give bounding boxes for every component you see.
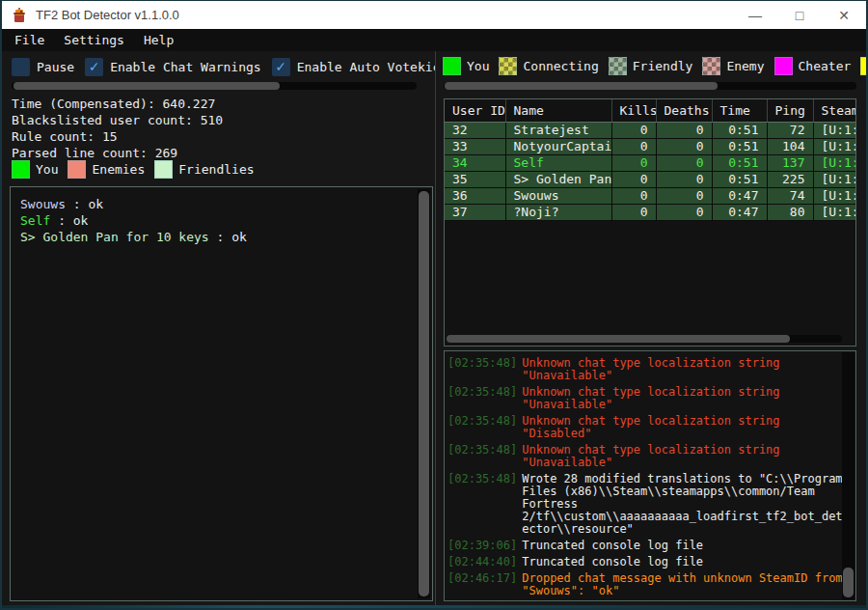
chat-sender-name: Swouws (20, 197, 66, 211)
log-message: Truncated console log file (522, 556, 843, 568)
minimize-icon[interactable]: — (733, 1, 777, 29)
table-row[interactable]: 36 Swouws 0 0 0:47 74 [U:1: (445, 187, 855, 204)
log-message: Unknown chat type localization string "U… (522, 357, 843, 382)
maximize-icon[interactable]: □ (777, 1, 822, 29)
table-horizontal-scrollbar-thumb[interactable] (447, 335, 790, 343)
log-panel: [02:35:48] Unknown chat type localizatio… (444, 350, 856, 601)
checkbox-enable-chat-warnings[interactable]: Enable Chat Warnings (85, 58, 261, 76)
menu-settings[interactable]: Settings (54, 31, 134, 49)
cell-name: S> Golden Pan (505, 171, 611, 187)
table-row[interactable]: 34 Self 0 0 0:51 137 [U:1: (445, 154, 855, 171)
table-row[interactable]: 37 ?Noji? 0 0 0:47 80 [U:1: (445, 204, 855, 220)
log-message: Wrote 28 modified translations to "C:\\P… (522, 473, 843, 536)
col-steam-id[interactable]: Steam ID (813, 99, 855, 122)
cell-time: 0:51 (712, 138, 767, 154)
menu-help[interactable]: Help (134, 31, 183, 49)
cell-name: Swouws (505, 187, 611, 204)
cell-kills: 0 (611, 204, 656, 220)
table-header-row: User ID Name Kills Deaths Time Ping Stea… (445, 99, 855, 122)
chat-message: Self : ok (20, 212, 407, 229)
cell-time: 0:47 (712, 204, 767, 220)
log-timestamp: [02:39:06] (448, 540, 517, 552)
chat-warnings-checkbox-box[interactable] (85, 58, 103, 76)
cell-steam-id: [U:1: (813, 171, 855, 187)
connecting-color-swatch (499, 57, 517, 75)
cell-kills: 0 (611, 138, 656, 154)
log-message: Unknown chat type localization string "D… (522, 415, 843, 440)
cell-deaths: 0 (656, 171, 712, 187)
log-vertical-scrollbar-thumb[interactable] (843, 568, 854, 597)
stat-time: Time (Compensated): 640.227 (12, 96, 223, 112)
log-timestamp: [02:35:48] (448, 473, 517, 536)
enemy-color-swatch (702, 57, 720, 75)
auto-votekick-checkbox-label: Enable Auto Votekick (297, 60, 435, 74)
col-ping[interactable]: Ping (767, 99, 813, 122)
col-time[interactable]: Time (712, 99, 767, 122)
right-horizontal-scrollbar[interactable] (444, 82, 856, 90)
log-entry: [02:35:48] Unknown chat type localizatio… (448, 415, 855, 440)
col-deaths[interactable]: Deaths (656, 99, 712, 122)
app-window: TF2 Bot Detector v1.1.0.0 — □ ✕ File Set… (0, 0, 868, 610)
chat-message: S> Golden Pan for 10 keys : ok (20, 229, 407, 245)
title-bar: TF2 Bot Detector v1.1.0.0 — □ ✕ (2, 1, 866, 29)
cell-ping: 137 (767, 154, 813, 171)
you-legend-label: You (36, 162, 58, 177)
cell-deaths: 0 (656, 154, 712, 171)
cell-ping: 72 (767, 122, 813, 138)
enemy-legend-label: Enemy (726, 59, 764, 73)
log-timestamp: [02:44:40] (448, 556, 517, 568)
stat-blacklisted-count: Blackslisted user count: 510 (12, 112, 223, 128)
log-vertical-scrollbar[interactable] (842, 352, 854, 599)
cell-kills: 0 (611, 187, 656, 204)
cell-time: 0:51 (712, 154, 767, 171)
cell-ping: 80 (767, 204, 813, 220)
cell-deaths: 0 (656, 204, 712, 220)
chat-warnings-checkbox-label: Enable Chat Warnings (110, 60, 261, 74)
checkbox-pause[interactable]: Pause (12, 58, 74, 76)
table-row[interactable]: 33 NotyourCaptain 0 0 0:51 104 [U:1: (445, 138, 855, 154)
player-table-panel: User ID Name Kills Deaths Time Ping Stea… (444, 98, 856, 347)
friendly-color-swatch (609, 57, 627, 75)
table-row[interactable]: 32 Stratejest 0 0 0:51 72 [U:1: (445, 122, 855, 138)
auto-votekick-checkbox-box[interactable] (272, 58, 290, 76)
col-kills[interactable]: Kills (611, 99, 656, 122)
friendlies-color-swatch (154, 160, 173, 179)
cell-name: Stratejest (505, 122, 611, 138)
chat-legend: You Enemies Friendlies (12, 160, 264, 179)
main-content: Pause Enable Chat Warnings Enable Auto V… (2, 51, 866, 606)
table-row[interactable]: 35 S> Golden Pan 0 0 0:51 225 [U:1: (445, 171, 855, 187)
window-controls: — □ ✕ (733, 1, 866, 29)
col-name[interactable]: Name (505, 99, 611, 122)
friendly-legend-label: Friendly (633, 59, 693, 73)
table-horizontal-scrollbar[interactable] (447, 335, 842, 343)
log-message: Unknown chat type localization string "U… (522, 444, 843, 469)
menu-file[interactable]: File (5, 31, 54, 49)
cell-steam-id: [U:1: (813, 138, 855, 154)
cell-deaths: 0 (656, 122, 712, 138)
cell-steam-id: [U:1: (813, 154, 855, 171)
cell-ping: 104 (767, 138, 813, 154)
you-color-swatch (443, 57, 461, 75)
chat-text: ok (73, 213, 89, 228)
cell-kills: 0 (611, 122, 656, 138)
chat-vertical-scrollbar[interactable] (418, 189, 430, 598)
log-entry: [02:46:17] Dropped chat message with unk… (448, 572, 855, 597)
chat-text: ok (88, 197, 103, 211)
close-icon[interactable]: ✕ (822, 1, 866, 29)
left-horizontal-scrollbar[interactable] (12, 82, 417, 90)
checkbox-enable-auto-votekick[interactable]: Enable Auto Votekick (272, 58, 435, 76)
cheater-color-swatch (774, 57, 793, 75)
pause-checkbox-box[interactable] (12, 58, 30, 76)
cell-user-id: 34 (445, 154, 505, 171)
cell-steam-id: [U:1: (813, 187, 855, 204)
stats-block: Time (Compensated): 640.227 Blackslisted… (12, 96, 223, 161)
left-horizontal-scrollbar-thumb[interactable] (14, 82, 280, 90)
enemies-legend-label: Enemies (92, 162, 145, 177)
player-table: User ID Name Kills Deaths Time Ping Stea… (445, 99, 855, 221)
right-horizontal-scrollbar-thumb[interactable] (445, 82, 718, 90)
log-entry: [02:39:06] Truncated console log file (448, 540, 855, 552)
chat-vertical-scrollbar-thumb[interactable] (419, 191, 429, 596)
cell-kills: 0 (611, 154, 656, 171)
col-user-id[interactable]: User ID (445, 99, 505, 122)
log-message: Dropped chat message with unknown SteamI… (522, 572, 843, 597)
